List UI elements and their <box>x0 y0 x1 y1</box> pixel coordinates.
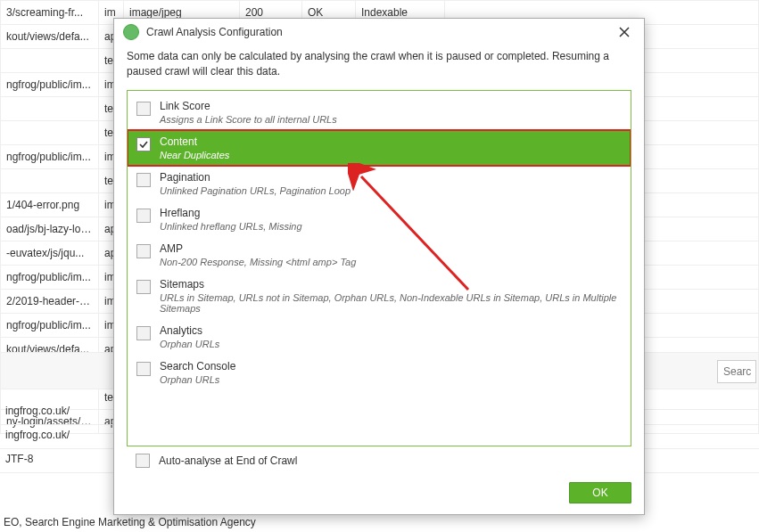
option-row-content[interactable]: ContentNear Duplicates <box>128 130 631 166</box>
option-sublabel: Near Duplicates <box>160 150 229 160</box>
table-cell: 3/screaming-fr... <box>1 1 99 25</box>
option-text: PaginationUnlinked Pagination URLs, Pagi… <box>160 171 351 196</box>
table-cell <box>1 49 99 73</box>
option-row-link-score[interactable]: Link ScoreAssigns a Link Score to all in… <box>128 94 631 130</box>
dialog-title: Crawl Analysis Configuration <box>146 26 283 38</box>
table-cell <box>1 121 99 145</box>
option-label: AMP <box>160 242 356 255</box>
table-cell: 1/404-error.png <box>1 193 99 217</box>
option-text: Link ScoreAssigns a Link Score to all in… <box>160 100 337 125</box>
option-text: AnalyticsOrphan URLs <box>160 324 219 349</box>
option-sublabel: URLs in Sitemap, URLs not in Sitemap, Or… <box>160 292 622 314</box>
option-label: Hreflang <box>160 207 302 219</box>
option-label: Pagination <box>160 171 351 184</box>
table-cell <box>1 169 99 193</box>
option-text: HreflangUnlinked hreflang URLs, Missing <box>160 207 302 232</box>
option-label: Link Score <box>160 100 337 112</box>
option-checkbox[interactable] <box>136 173 151 187</box>
close-icon <box>619 27 630 37</box>
frog-icon <box>123 24 139 40</box>
option-sublabel: Unlinked Pagination URLs, Pagination Loo… <box>160 185 351 196</box>
option-label: Content <box>160 135 229 148</box>
option-sublabel: Orphan URLs <box>160 339 219 349</box>
table-cell: 2/2019-header-n... <box>1 290 99 314</box>
option-checkbox[interactable] <box>136 244 151 258</box>
option-checkbox[interactable] <box>136 209 151 223</box>
dialog-buttons: OK <box>114 475 644 514</box>
option-row-pagination[interactable]: PaginationUnlinked Pagination URLs, Pagi… <box>128 166 631 201</box>
background-footer-text: EO, Search Engine Marketing & Optimisati… <box>4 516 256 528</box>
option-sublabel: Non-200 Response, Missing <html amp> Tag <box>160 257 356 267</box>
auto-analyse-checkbox[interactable] <box>136 454 150 468</box>
search-input[interactable] <box>717 360 756 383</box>
table-cell: oad/js/bj-lazy-loa... <box>1 217 99 241</box>
option-label: Analytics <box>160 324 219 337</box>
ok-button[interactable]: OK <box>569 482 631 503</box>
option-row-search-console[interactable]: Search ConsoleOrphan URLs <box>128 355 631 390</box>
option-row-amp[interactable]: AMPNon-200 Response, Missing <html amp> … <box>128 237 631 273</box>
auto-analyse-row[interactable]: Auto-analyse at End of Crawl <box>114 446 644 475</box>
table-cell: ngfrog/public/im... <box>1 266 99 290</box>
table-cell: ngfrog/public/im... <box>1 314 99 338</box>
option-row-analytics[interactable]: AnalyticsOrphan URLs <box>128 319 631 355</box>
option-checkbox[interactable] <box>136 326 151 340</box>
option-text: SitemapsURLs in Sitemap, URLs not in Sit… <box>160 278 622 314</box>
table-cell: ngfrog/public/im... <box>1 73 99 97</box>
table-cell: kout/views/defa... <box>1 25 99 49</box>
option-row-sitemaps[interactable]: SitemapsURLs in Sitemap, URLs not in Sit… <box>128 273 631 319</box>
option-sublabel: Orphan URLs <box>160 374 235 385</box>
option-label: Sitemaps <box>160 278 622 291</box>
crawl-analysis-dialog: Crawl Analysis Configuration Some data c… <box>113 18 645 515</box>
check-icon <box>139 140 148 149</box>
options-panel: Link ScoreAssigns a Link Score to all in… <box>127 90 631 446</box>
option-sublabel: Assigns a Link Score to all internal URL… <box>160 114 337 125</box>
option-checkbox[interactable] <box>136 102 151 116</box>
option-label: Search Console <box>160 360 235 372</box>
table-cell <box>1 97 99 121</box>
dialog-description: Some data can only be calculated by anal… <box>114 45 644 90</box>
table-cell: -euvatex/js/jqu... <box>1 241 99 266</box>
option-checkbox[interactable] <box>136 280 151 294</box>
option-checkbox[interactable] <box>136 137 151 151</box>
option-text: Search ConsoleOrphan URLs <box>160 360 235 385</box>
close-button[interactable] <box>614 21 635 43</box>
option-row-hreflang[interactable]: HreflangUnlinked hreflang URLs, Missing <box>128 201 631 237</box>
option-sublabel: Unlinked hreflang URLs, Missing <box>160 221 302 232</box>
table-cell: ngfrog/public/im... <box>1 145 99 169</box>
option-checkbox[interactable] <box>136 362 151 376</box>
auto-analyse-label: Auto-analyse at End of Crawl <box>159 454 297 467</box>
option-text: ContentNear Duplicates <box>160 135 229 160</box>
option-text: AMPNon-200 Response, Missing <html amp> … <box>160 242 356 267</box>
dialog-titlebar: Crawl Analysis Configuration <box>114 19 644 45</box>
